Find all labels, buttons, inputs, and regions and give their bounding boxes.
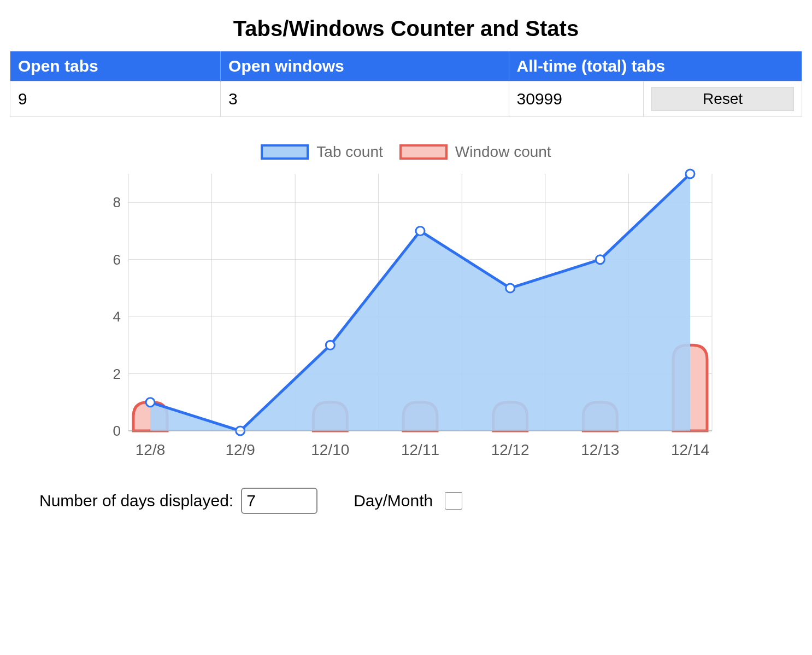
th-all-time-tabs: All-time (total) tabs xyxy=(509,51,802,81)
days-label: Number of days displayed: xyxy=(39,492,233,510)
days-input[interactable] xyxy=(241,488,317,514)
svg-point-24 xyxy=(686,169,695,178)
svg-text:12/8: 12/8 xyxy=(136,441,166,458)
reset-button[interactable]: Reset xyxy=(651,87,794,111)
chart-svg: 0246812/812/912/1012/1112/1212/1312/14 xyxy=(95,167,717,473)
legend-label-window: Window count xyxy=(455,143,551,161)
page-title: Tabs/Windows Counter and Stats xyxy=(10,16,802,41)
svg-text:0: 0 xyxy=(113,423,121,439)
cell-all-time-tabs: 30999 xyxy=(509,81,643,117)
svg-text:12/11: 12/11 xyxy=(401,441,439,458)
svg-point-18 xyxy=(146,398,155,407)
th-open-tabs: Open tabs xyxy=(10,51,221,81)
svg-text:12/13: 12/13 xyxy=(581,441,619,458)
legend-item-tab[interactable]: Tab count xyxy=(261,143,383,161)
legend-label-tab: Tab count xyxy=(316,143,383,161)
swatch-window-icon xyxy=(399,144,448,160)
svg-point-23 xyxy=(596,255,604,264)
svg-text:8: 8 xyxy=(113,194,121,210)
svg-point-20 xyxy=(326,341,334,349)
svg-text:6: 6 xyxy=(113,252,121,268)
stats-table: Open tabs Open windows All-time (total) … xyxy=(10,51,802,117)
svg-point-22 xyxy=(506,284,515,293)
day-month-label: Day/Month xyxy=(354,492,433,510)
svg-text:4: 4 xyxy=(113,308,121,325)
controls-row: Number of days displayed: Day/Month xyxy=(39,488,802,514)
cell-open-windows: 3 xyxy=(221,81,509,117)
table-row: 9 3 30999 Reset xyxy=(10,81,802,117)
svg-text:12/12: 12/12 xyxy=(491,441,529,458)
chart: 0246812/812/912/1012/1112/1212/1312/14 xyxy=(95,167,717,473)
svg-text:12/10: 12/10 xyxy=(311,441,349,458)
legend-item-window[interactable]: Window count xyxy=(399,143,551,161)
chart-legend: Tab count Window count xyxy=(10,143,802,161)
svg-text:12/9: 12/9 xyxy=(225,441,255,458)
svg-text:12/14: 12/14 xyxy=(671,441,709,458)
day-month-checkbox[interactable] xyxy=(445,492,462,510)
cell-open-tabs: 9 xyxy=(10,81,221,117)
swatch-tab-icon xyxy=(261,144,309,160)
svg-point-21 xyxy=(416,226,425,235)
th-open-windows: Open windows xyxy=(221,51,509,81)
svg-text:2: 2 xyxy=(113,366,121,382)
